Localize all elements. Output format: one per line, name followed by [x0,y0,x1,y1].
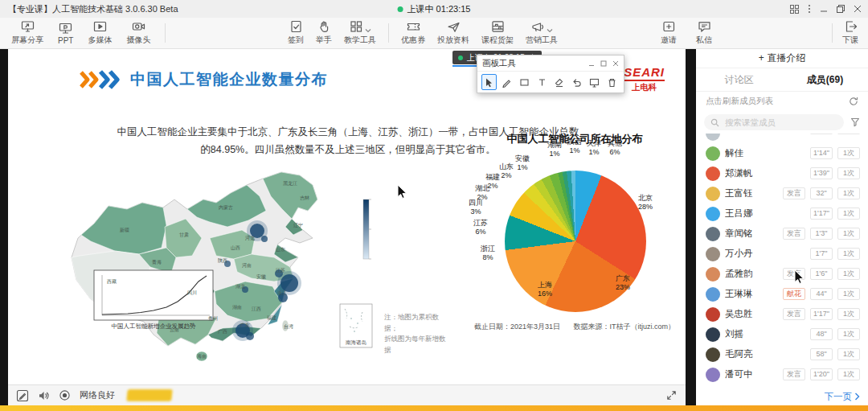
double-chevron-icon [79,70,121,89]
tab-discussion[interactable]: 讨论区 [696,68,782,91]
private-message-label: 私信 [696,35,712,46]
member-name: 解佳 [725,147,805,159]
next-page-button[interactable]: 下一页 [696,386,868,407]
whiteboard-toolbar-header[interactable]: 画板工具 [477,55,624,72]
fullscreen-expand-icon[interactable] [665,389,678,401]
member-avatar [706,227,720,241]
member-row[interactable]: 毛阿亮 58" 1次 [696,344,868,364]
refresh-icon[interactable] [849,97,858,106]
sign-in-icon [289,20,303,33]
screen-share-icon [21,20,35,33]
member-name: 王琳琳 [725,288,778,300]
whiteboard-toolbar[interactable]: 画板工具 [477,55,624,93]
seari-logo-subtext: 上电科 [624,80,665,92]
member-time: 48" [810,328,833,340]
annotate-icon[interactable] [16,389,29,402]
multimedia-button[interactable]: 多媒体 [88,20,112,46]
map-province-label: 江苏 [276,267,285,273]
member-name: 郑潇帆 [725,167,805,179]
marketing-tools-button[interactable]: 营销工具 [526,20,558,46]
map-province-label: 吉林 [300,195,310,201]
filter-icon[interactable] [850,117,860,127]
apps-grid-icon[interactable] [790,5,799,14]
map-province-label: 河北 [245,235,255,241]
member-avatar [706,267,720,282]
teaching-tools-button[interactable]: 教学工具 [344,20,376,46]
member-row[interactable]: 潘可中 发言 1'20" 1次 [696,364,868,384]
course-shelf-button[interactable]: 课程货架 [481,20,514,46]
screen-share-button[interactable]: 屏幕分享 [11,20,43,46]
member-list[interactable]: 解佳 1'14" 1次 郑潇帆 1'39" 1次 王富钰 发言 32" 1次 王… [696,134,868,386]
restore-button[interactable] [837,5,845,13]
camera-button[interactable]: 摄像头 [126,20,150,46]
member-count: 1次 [837,228,860,240]
private-message-icon [698,20,711,33]
teaching-tools-label: 教学工具 [344,35,376,46]
search-box[interactable] [704,114,844,130]
chevron-down-icon [547,28,553,33]
private-message-button[interactable]: 私信 [696,20,712,46]
member-row[interactable] [696,134,868,143]
member-avatar [706,307,720,322]
coupon-button[interactable]: 优惠券 [401,20,425,46]
member-row[interactable]: 王琳琳 献花 44" 1次 [696,284,868,304]
live-dot-icon [398,6,403,12]
search-input[interactable] [723,117,837,128]
record-icon[interactable] [59,389,71,401]
member-count: 1次 [837,348,860,360]
end-class-button[interactable]: 下课 [842,20,858,46]
sign-in-button[interactable]: 签到 [288,20,304,46]
sidebar-tabs: 讨论区 成员(69) [696,68,868,92]
member-row[interactable]: 章闻铭 发言 1'3" 1次 [696,224,868,244]
member-avatar [706,347,720,362]
pie-label: 陕西1% [567,138,582,155]
undo-tool-button[interactable] [569,74,584,90]
minimize-button[interactable] [820,5,828,13]
select-tool-button[interactable] [481,74,497,90]
member-row[interactable]: 郑潇帆 1'39" 1次 [696,163,868,183]
member-badge: 献花 [783,288,805,300]
text-tool-button[interactable] [534,74,550,90]
seari-logo: SEARI 上电科 [624,66,665,92]
member-time: 1'17" [810,308,833,320]
close-button[interactable] [854,5,862,13]
member-row[interactable]: 孟雅韵 发言 1'6" 1次 [696,264,868,284]
live-intro-bar[interactable]: + 直播介绍 [696,48,868,68]
screen-tool-button[interactable] [587,74,602,90]
member-time: 1'17" [810,208,833,220]
whiteboard-toolbar-title: 画板工具 [482,58,516,69]
member-row[interactable]: 王富钰 发言 32" 1次 [696,183,868,203]
member-row[interactable]: 王吕娜 1'17" 1次 [696,203,868,224]
slide-canvas[interactable]: 上课中 01:23:15 画板工具 [8,48,686,384]
middle-dark-strip [686,48,696,405]
pen-tool-button[interactable] [499,74,514,90]
tab-members[interactable]: 成员(69) [782,68,868,91]
member-avatar [706,327,720,342]
popout-icon[interactable] [600,60,607,67]
trash-tool-button[interactable] [604,74,620,90]
member-count: 1次 [837,187,860,199]
invite-button[interactable]: 邀请 [661,20,677,46]
member-row[interactable]: 解佳 1'14" 1次 [696,143,868,163]
member-count: 1次 [837,208,860,220]
member-name: 万小丹 [725,248,805,260]
eraser-tool-button[interactable] [552,74,567,90]
more-menu-icon[interactable] [808,4,811,14]
member-row[interactable]: 万小丹 1'7" 1次 [696,244,868,264]
member-avatar [706,166,720,181]
map-province-label: 江西 [252,306,261,312]
close-icon[interactable] [612,60,619,67]
teaching-tools-icon [350,20,363,33]
refresh-members-row[interactable]: 点击刷新成员列表 [696,92,868,111]
member-row[interactable]: 刘摇 48" 1次 [696,324,868,344]
pie-label: 福建2% [485,173,500,191]
rectangle-tool-button[interactable] [517,74,532,90]
multimedia-label: 多媒体 [88,35,112,46]
raise-hand-button[interactable]: 举手 [316,20,332,46]
member-count: 1次 [837,268,860,280]
member-row[interactable]: 吴忠胜 发言 1'17" 1次 [696,304,868,324]
materials-button[interactable]: 投放资料 [437,20,469,46]
ppt-button[interactable]: PPT [58,22,73,45]
speaker-icon[interactable] [38,390,50,401]
minimize-icon[interactable] [588,60,595,67]
